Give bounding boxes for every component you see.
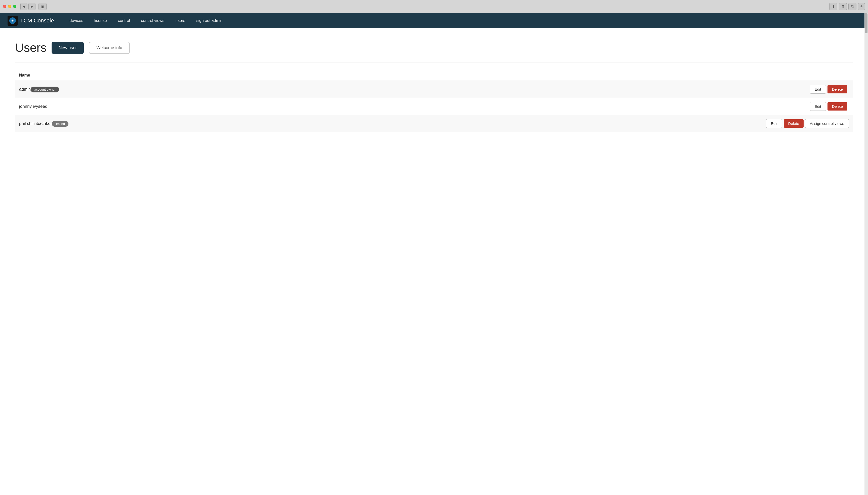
navbar: ✦ TCM Console devices license control co…	[0, 13, 868, 28]
download-button[interactable]: ⬇	[829, 3, 837, 10]
sidebar-item-devices[interactable]: devices	[64, 13, 89, 28]
back-button[interactable]: ◀	[20, 3, 28, 10]
table-body: adminaccount ownerEditDeletejohnny ivyse…	[15, 81, 853, 132]
sidebar-item-license[interactable]: license	[89, 13, 112, 28]
user-name-cell: adminaccount owner	[15, 81, 339, 98]
nav-link-signout[interactable]: sign out admin	[191, 13, 228, 28]
brand-name: TCM Console	[20, 17, 54, 24]
user-name: johnny ivyseed	[19, 104, 47, 109]
new-tab-button[interactable]: +	[858, 3, 865, 10]
delete-button[interactable]: Delete	[828, 85, 847, 93]
edit-button[interactable]: Edit	[810, 85, 826, 93]
brand-logo-icon: ✦	[9, 17, 16, 24]
sidebar-item-control-views[interactable]: control views	[136, 13, 170, 28]
table-header: Name	[15, 70, 853, 81]
browser-actions: ⬇ ⬆ ⧉ +	[829, 3, 865, 10]
main-content: Users New user Welcome info Name adminac…	[0, 28, 868, 145]
table-row: johnny ivyseedEditDelete	[15, 98, 853, 115]
actions-cell: EditDelete	[339, 81, 853, 98]
user-badge: limited	[52, 121, 68, 127]
minimize-button[interactable]	[8, 5, 11, 8]
page-header: Users New user Welcome info	[15, 41, 853, 55]
traffic-lights	[3, 5, 16, 8]
column-actions	[339, 70, 853, 81]
nav-link-devices[interactable]: devices	[64, 13, 89, 28]
actions-cell: EditDelete	[339, 98, 853, 115]
share-button[interactable]: ⬆	[839, 3, 847, 10]
brand: ✦ TCM Console	[7, 16, 54, 26]
divider	[15, 62, 853, 63]
actions-cell: EditDeleteAssign control views	[339, 115, 853, 132]
delete-button[interactable]: Delete	[784, 119, 803, 127]
nav-link-users[interactable]: users	[170, 13, 191, 28]
app-container: ✦ TCM Console devices license control co…	[0, 13, 868, 495]
delete-button[interactable]: Delete	[828, 102, 847, 110]
sidebar-item-users[interactable]: users	[170, 13, 191, 28]
sidebar-item-control[interactable]: control	[112, 13, 136, 28]
browser-chrome: ◀ ▶ ▣ ⬇ ⬆ ⧉ +	[0, 0, 868, 13]
nav-arrows: ◀ ▶	[20, 3, 35, 10]
nav-link-license[interactable]: license	[89, 13, 112, 28]
welcome-info-button[interactable]: Welcome info	[89, 42, 130, 54]
user-name: phil shilinbachker	[19, 121, 52, 126]
scrollbar-thumb[interactable]	[865, 13, 868, 33]
column-name: Name	[15, 70, 339, 81]
main-nav: devices license control control views us…	[64, 13, 228, 28]
nav-link-control[interactable]: control	[112, 13, 136, 28]
page-title: Users	[15, 41, 47, 55]
user-name: admin	[19, 87, 31, 92]
nav-link-control-views[interactable]: control views	[136, 13, 170, 28]
users-table: Name adminaccount ownerEditDeletejohnny …	[15, 70, 853, 132]
assign-control-views-button[interactable]: Assign control views	[805, 119, 849, 128]
edit-button[interactable]: Edit	[810, 102, 826, 111]
user-badge: account owner	[31, 87, 59, 92]
new-user-button[interactable]: New user	[52, 42, 84, 54]
close-button[interactable]	[3, 5, 6, 8]
table-row: adminaccount ownerEditDelete	[15, 81, 853, 98]
brand-logo: ✦	[7, 16, 18, 26]
sidebar-item-signout[interactable]: sign out admin	[191, 13, 228, 28]
edit-button[interactable]: Edit	[766, 119, 782, 128]
window-button[interactable]: ⧉	[848, 3, 856, 10]
user-name-cell: phil shilinbachkerlimited	[15, 115, 339, 132]
user-name-cell: johnny ivyseed	[15, 98, 339, 115]
forward-button[interactable]: ▶	[29, 3, 35, 10]
table-row: phil shilinbachkerlimitedEditDeleteAssig…	[15, 115, 853, 132]
scrollbar[interactable]	[865, 13, 868, 495]
maximize-button[interactable]	[13, 5, 16, 8]
sidebar-toggle-button[interactable]: ▣	[38, 3, 47, 10]
